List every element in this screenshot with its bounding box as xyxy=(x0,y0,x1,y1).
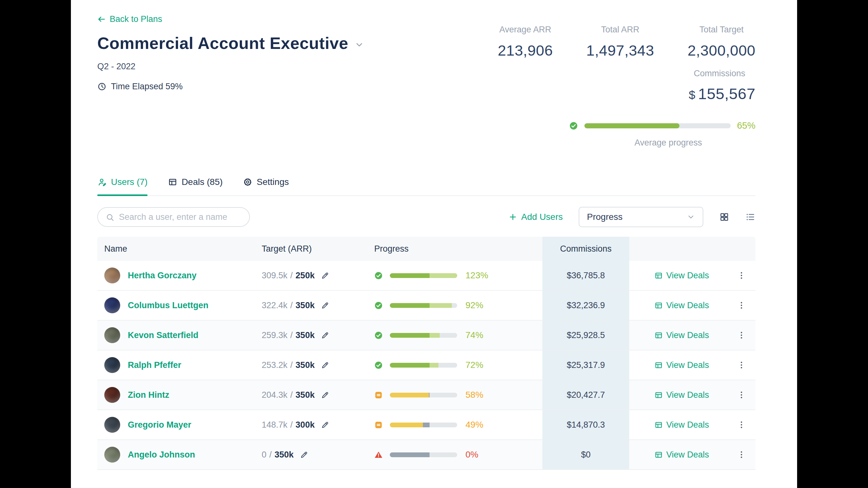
target-cell: 148.7k / 300k xyxy=(262,420,374,430)
target-value: 350k xyxy=(296,390,315,400)
commission-value: $36,785.8 xyxy=(566,271,605,281)
table-row: Ralph Pfeffer 253.2k / 350k 72% $25,317.… xyxy=(97,351,755,380)
target-separator: / xyxy=(290,300,293,311)
stat-total-target: Total Target 2,300,000 xyxy=(687,25,755,59)
view-deals-link[interactable]: View Deals xyxy=(654,360,709,370)
check-circle-icon xyxy=(374,271,383,280)
check-circle-icon xyxy=(374,301,383,310)
user-name-link[interactable]: Kevon Satterfield xyxy=(128,330,198,340)
tab-bar: Users (7) Deals (85) Settings xyxy=(97,177,755,196)
progress-bar xyxy=(390,303,457,308)
progress-bar xyxy=(390,333,457,338)
table-row: Hertha Gorczany 309.5k / 250k 123% $36,7… xyxy=(97,261,755,291)
back-link-label: Back to Plans xyxy=(110,14,162,24)
tab-label: Deals (85) xyxy=(182,177,223,187)
edit-target-icon[interactable] xyxy=(321,271,330,280)
users-table: Name Target (ARR) Progress Commissions H… xyxy=(97,237,755,470)
target-value: 350k xyxy=(296,300,315,311)
table-row: Kevon Satterfield 259.3k / 350k 74% $25,… xyxy=(97,321,755,351)
user-name-link[interactable]: Ralph Pfeffer xyxy=(128,360,181,370)
edit-target-icon[interactable] xyxy=(300,451,308,459)
header-right: Average ARR 213,906 Total ARR 1,497,343 … xyxy=(498,0,755,148)
progress-percent: 58% xyxy=(465,390,483,400)
view-deals-link[interactable]: View Deals xyxy=(654,450,709,460)
edit-target-icon[interactable] xyxy=(321,421,330,429)
kebab-menu-icon[interactable] xyxy=(737,390,746,399)
view-deals-label: View Deals xyxy=(666,300,709,311)
progress-percent: 92% xyxy=(465,300,483,311)
stat-value: 213,906 xyxy=(498,42,553,59)
list-view-icon[interactable] xyxy=(745,212,755,222)
avatar xyxy=(104,267,120,283)
kebab-menu-icon[interactable] xyxy=(737,331,746,339)
view-deals-link[interactable]: View Deals xyxy=(654,271,709,281)
title-chevron-icon[interactable] xyxy=(354,40,364,50)
name-cell: Gregorio Mayer xyxy=(97,417,262,433)
name-cell: Ralph Pfeffer xyxy=(97,357,262,373)
target-cell: 259.3k / 350k xyxy=(262,330,374,340)
column-header-progress: Progress xyxy=(374,244,542,254)
commission-cell: $25,928.5 xyxy=(542,321,629,350)
avatar xyxy=(104,357,120,373)
progress-cell: 74% xyxy=(374,330,542,340)
target-cell: 309.5k / 250k xyxy=(262,271,374,281)
commission-cell: $14,870.3 xyxy=(542,410,629,440)
user-name-link[interactable]: Angelo Johnson xyxy=(128,450,195,460)
commission-value: $32,236.9 xyxy=(566,300,605,311)
tab-users[interactable]: Users (7) xyxy=(97,177,148,195)
title-row: Commercial Account Executive xyxy=(97,34,364,53)
user-name-link[interactable]: Columbus Luettgen xyxy=(128,300,208,311)
warning-triangle-icon xyxy=(374,451,383,459)
commission-cell: $36,785.8 xyxy=(542,261,629,290)
view-deals-label: View Deals xyxy=(666,390,709,400)
target-separator: / xyxy=(290,271,293,281)
progress-percent: 0% xyxy=(465,450,478,460)
sort-select[interactable]: Progress xyxy=(579,207,703,227)
back-to-plans-link[interactable]: Back to Plans xyxy=(97,14,162,24)
user-name-link[interactable]: Gregorio Mayer xyxy=(128,420,191,430)
deals-table-icon xyxy=(654,361,663,369)
edit-target-icon[interactable] xyxy=(321,361,330,369)
view-deals-link[interactable]: View Deals xyxy=(654,300,709,311)
edit-target-icon[interactable] xyxy=(321,331,330,339)
edit-target-icon[interactable] xyxy=(321,391,330,399)
commission-cell: $0 xyxy=(542,440,629,469)
tab-label: Settings xyxy=(256,177,289,187)
kebab-menu-icon[interactable] xyxy=(737,271,746,280)
user-name-link[interactable]: Hertha Gorczany xyxy=(128,271,196,281)
progress-cell: 92% xyxy=(374,300,542,311)
grid-view-icon[interactable] xyxy=(719,212,730,222)
kebab-menu-icon[interactable] xyxy=(737,420,746,429)
search-input[interactable] xyxy=(98,208,249,226)
view-deals-label: View Deals xyxy=(666,271,709,281)
kebab-menu-icon[interactable] xyxy=(737,450,746,459)
deals-table-icon xyxy=(654,271,663,280)
plus-icon xyxy=(508,213,517,222)
edit-target-icon[interactable] xyxy=(321,301,330,310)
name-cell: Zion Hintz xyxy=(97,387,262,403)
toolbar-right: Add Users Progress xyxy=(508,207,755,227)
add-users-button[interactable]: Add Users xyxy=(508,212,563,222)
column-header-target: Target (ARR) xyxy=(262,244,374,254)
tab-settings[interactable]: Settings xyxy=(243,177,289,195)
tab-deals[interactable]: Deals (85) xyxy=(168,177,223,195)
page-header: Back to Plans Commercial Account Executi… xyxy=(97,0,755,148)
commissions-value: $155,567 xyxy=(689,85,755,103)
view-deals-link[interactable]: View Deals xyxy=(654,420,709,430)
average-progress: 65% xyxy=(569,121,755,131)
view-deals-link[interactable]: View Deals xyxy=(654,390,709,400)
search-box[interactable] xyxy=(97,207,250,227)
progress-cell: 72% xyxy=(374,360,542,370)
name-cell: Hertha Gorczany xyxy=(97,267,262,283)
user-name-link[interactable]: Zion Hintz xyxy=(128,390,169,400)
avatar xyxy=(104,327,120,343)
kebab-menu-icon[interactable] xyxy=(737,301,746,310)
view-deals-link[interactable]: View Deals xyxy=(654,330,709,340)
check-circle-icon xyxy=(569,121,578,130)
commission-cell: $20,427.7 xyxy=(542,380,629,410)
progress-percent: 74% xyxy=(465,330,483,340)
time-elapsed: Time Elapsed 59% xyxy=(97,82,364,92)
header-left: Back to Plans Commercial Account Executi… xyxy=(97,0,364,148)
actions-cell: View Deals xyxy=(629,351,755,380)
kebab-menu-icon[interactable] xyxy=(737,361,746,369)
